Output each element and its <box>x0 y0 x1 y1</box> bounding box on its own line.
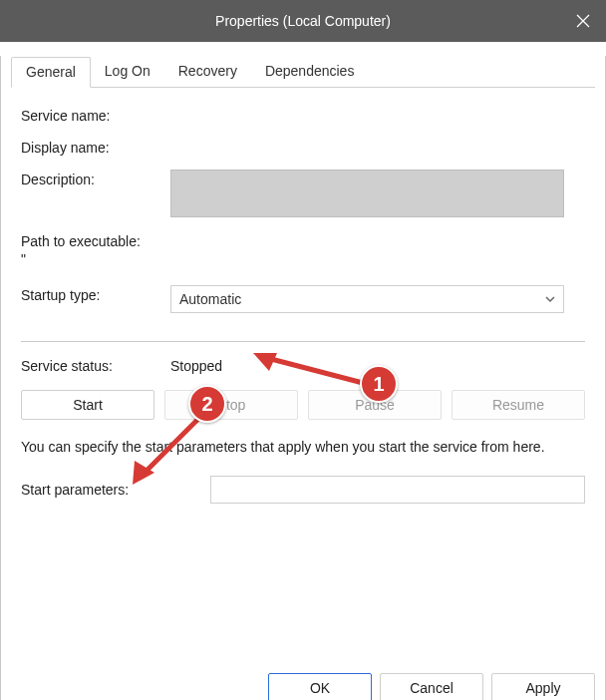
ok-button[interactable]: OK <box>268 673 372 700</box>
titlebar: Properties (Local Computer) <box>0 0 606 42</box>
label-startup-type: Startup type: <box>21 285 170 303</box>
resume-button: Resume <box>452 390 585 420</box>
label-display-name: Display name: <box>21 138 170 156</box>
label-service-status: Service status: <box>21 358 170 374</box>
dialog-footer: OK Cancel Apply <box>268 673 595 700</box>
stop-button: Stop <box>164 390 298 420</box>
tab-general[interactable]: General <box>11 57 91 88</box>
row-description: Description: <box>21 170 585 217</box>
separator <box>21 341 585 342</box>
row-path-label: Path to executable: <box>21 231 585 249</box>
label-description: Description: <box>21 170 170 187</box>
startup-select-wrap: Automatic <box>170 285 564 313</box>
close-icon <box>576 14 590 28</box>
window-title: Properties (Local Computer) <box>215 13 391 29</box>
description-box[interactable] <box>170 170 564 217</box>
service-control-buttons: Start Stop Pause Resume <box>21 390 585 420</box>
general-panel: Service name: Display name: Description:… <box>11 88 595 504</box>
row-startup-type: Startup type: Automatic <box>21 285 585 313</box>
tab-strip: General Log On Recovery Dependencies <box>11 56 595 88</box>
start-params-note: You can specify the start parameters tha… <box>21 438 585 458</box>
tab-logon[interactable]: Log On <box>91 57 164 88</box>
value-path: " <box>21 251 585 267</box>
close-button[interactable] <box>560 0 606 42</box>
label-start-params: Start parameters: <box>21 482 210 498</box>
row-display-name: Display name: <box>21 138 585 156</box>
apply-button[interactable]: Apply <box>491 673 595 700</box>
row-service-status: Service status: Stopped <box>21 358 585 374</box>
tab-dependencies[interactable]: Dependencies <box>251 57 369 88</box>
row-start-params: Start parameters: <box>21 476 585 504</box>
start-params-input[interactable] <box>210 476 585 504</box>
value-service-status: Stopped <box>170 358 222 374</box>
label-service-name: Service name: <box>21 106 170 124</box>
cancel-button[interactable]: Cancel <box>380 673 483 700</box>
row-service-name: Service name: <box>21 106 585 124</box>
label-path: Path to executable: <box>21 231 141 249</box>
tab-recovery[interactable]: Recovery <box>164 57 251 88</box>
start-button[interactable]: Start <box>21 390 154 420</box>
startup-type-select[interactable]: Automatic <box>170 285 564 313</box>
pause-button: Pause <box>308 390 442 420</box>
dialog-content: General Log On Recovery Dependencies Ser… <box>0 56 606 700</box>
